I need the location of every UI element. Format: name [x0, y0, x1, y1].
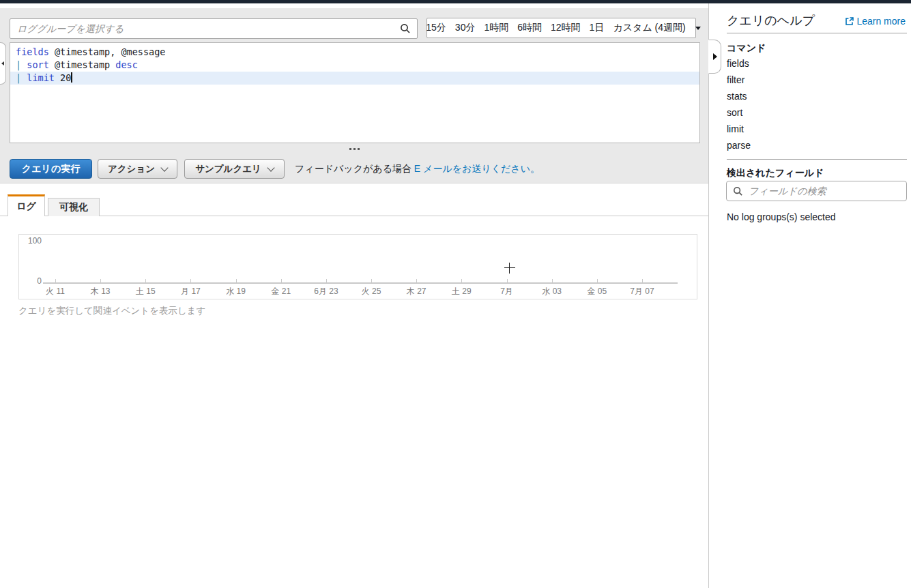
x-axis-tick-label: 水 19 [214, 286, 258, 297]
feedback-email-link[interactable]: E メールをお送りください。 [414, 163, 540, 174]
actions-button-label: アクション [108, 163, 155, 175]
token-keyword: fields [16, 46, 49, 57]
sidebar-collapse-handle[interactable] [708, 40, 721, 74]
x-axis-tick-label: 月 17 [169, 286, 212, 297]
x-axis-tick-label: 土 15 [124, 286, 167, 297]
x-axis-tick-label: 水 03 [530, 286, 574, 297]
chevron-down-icon [695, 27, 701, 30]
sample-queries-button[interactable]: サンプルクエリ [184, 159, 285, 179]
chart-hint-text: クエリを実行して関連イベントを表示します [18, 305, 205, 317]
feedback-text: フィードバックがある場合 E メールをお送りください。 [295, 163, 540, 175]
token-keyword: limit [27, 72, 55, 83]
external-link-icon [845, 16, 854, 26]
sidebar-title: クエリのヘルプ [727, 12, 815, 29]
command-item-filter[interactable]: filter [727, 75, 751, 85]
token-pipe: | [16, 59, 27, 70]
x-axis-tick-label: 金 21 [259, 286, 303, 297]
tab-visualization[interactable]: 可視化 [48, 198, 100, 216]
x-axis-tick-label: 金 05 [575, 286, 619, 297]
search-icon [400, 23, 411, 34]
x-axis-tick-mark [190, 279, 191, 282]
command-item-sort[interactable]: sort [727, 108, 751, 117]
command-item-fields[interactable]: fields [727, 59, 751, 68]
query-panel: 15分30分1時間6時間12時間1日カスタム (4週間) fields @tim… [0, 8, 708, 183]
divider [727, 33, 907, 33]
y-axis-tick-label: 100 [24, 236, 42, 246]
learn-more-link[interactable]: Learn more [845, 16, 906, 27]
x-axis-tick-mark [145, 279, 146, 282]
x-axis-tick-mark [281, 279, 282, 282]
x-axis-tick-label: 7月 07 [620, 286, 664, 297]
learn-more-label: Learn more [856, 16, 906, 27]
x-axis-tick-mark [552, 279, 553, 282]
time-range-option[interactable]: 1時間 [484, 22, 508, 34]
x-axis-tick-mark [236, 279, 237, 282]
x-axis-tick-mark [55, 279, 56, 282]
query-editor-line: fields @timestamp, @message [10, 46, 699, 59]
time-range-option[interactable]: 1日 [590, 22, 605, 34]
result-tabs: ログ可視化 [8, 194, 100, 216]
text-cursor [71, 72, 72, 83]
command-item-parse[interactable]: parse [727, 141, 751, 150]
y-axis-tick-label: 0 [24, 276, 42, 286]
tabs-underline [0, 216, 708, 216]
x-axis-tick-mark [371, 279, 372, 282]
command-item-limit[interactable]: limit [727, 124, 751, 134]
commands-heading: コマンド [727, 42, 766, 55]
time-range-option[interactable]: 15分 [426, 22, 446, 34]
discovered-fields-heading: 検出されたフィールド [727, 167, 824, 179]
chevron-left-icon [1, 61, 4, 65]
x-axis-tick-label: 6月 23 [304, 286, 348, 297]
chevron-down-icon [160, 164, 168, 171]
no-log-groups-message: No log groups(s) selected [727, 211, 836, 222]
x-axis-tick-mark [100, 279, 101, 282]
x-axis-tick-label: 木 27 [394, 286, 438, 297]
token-plain: @timestamp, @message [49, 46, 166, 57]
time-range-option[interactable]: カスタム (4週間) [613, 22, 685, 34]
time-range-options: 15分30分1時間6時間12時間1日カスタム (4週間) [422, 22, 690, 34]
time-range-option[interactable]: 12時間 [551, 22, 581, 34]
chevron-right-icon [713, 53, 717, 60]
actions-button[interactable]: アクション [98, 159, 177, 179]
x-axis-tick-mark [642, 279, 643, 282]
time-range-option[interactable]: 6時間 [517, 22, 542, 34]
query-editor-line: | sort @timestamp desc [10, 59, 699, 72]
x-axis-tick-mark [461, 279, 462, 282]
feedback-prefix: フィードバックがある場合 [295, 163, 414, 174]
events-histogram: 1000火 11木 13土 15月 17水 19金 216月 23火 25木 2… [18, 234, 697, 299]
query-editor-lines: fields @timestamp, @message| sort @times… [10, 46, 699, 85]
tab-logs[interactable]: ログ [8, 194, 45, 216]
token-plain: @timestamp [49, 59, 116, 70]
x-axis-tick-label: 火 25 [349, 286, 393, 297]
log-group-search-input[interactable] [10, 23, 400, 34]
log-group-search[interactable] [10, 18, 418, 39]
commands-list: fieldsfilterstatssortlimitparse [727, 59, 751, 150]
token-plain: 20 [55, 72, 71, 83]
editor-resize-handle[interactable] [0, 148, 708, 150]
field-search[interactable] [726, 181, 907, 201]
x-axis-tick-label: 火 11 [33, 286, 77, 297]
x-axis-tick-label: 土 29 [439, 286, 483, 297]
x-axis-tick-mark [326, 279, 327, 282]
divider [727, 159, 907, 160]
time-range-option[interactable]: 30分 [455, 22, 476, 34]
chevron-down-icon [267, 164, 274, 171]
sample-queries-button-label: サンプルクエリ [195, 163, 261, 175]
x-axis-tick-label: 7月 [485, 286, 529, 297]
left-panel-collapse-handle[interactable] [0, 42, 6, 85]
token-keyword: sort [27, 59, 49, 70]
x-axis-line [43, 282, 678, 284]
field-search-input[interactable] [743, 186, 906, 196]
query-editor-line: | limit 20 [10, 72, 699, 85]
run-query-button[interactable]: クエリの実行 [10, 159, 92, 179]
x-axis-tick-mark [416, 279, 417, 282]
crosshair-cursor [504, 263, 515, 274]
command-item-stats[interactable]: stats [727, 91, 751, 101]
x-axis-tick-label: 木 13 [78, 286, 122, 297]
query-editor[interactable]: fields @timestamp, @message| sort @times… [10, 42, 700, 143]
token-pipe: | [16, 72, 27, 83]
x-axis-tick-mark [597, 279, 598, 282]
time-range-selector[interactable]: 15分30分1時間6時間12時間1日カスタム (4週間) [426, 18, 696, 38]
token-keyword: desc [115, 59, 138, 70]
x-axis-tick-mark [507, 279, 508, 282]
